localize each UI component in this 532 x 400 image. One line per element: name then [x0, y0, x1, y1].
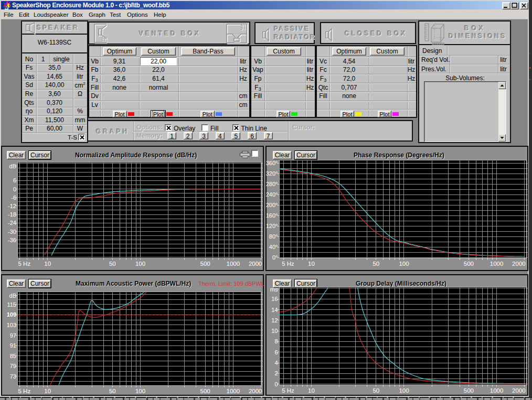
svg-text:100: 100 [399, 261, 409, 267]
svg-text:2000: 2000 [249, 388, 262, 394]
svg-text:40°: 40° [269, 244, 278, 250]
svg-text:97: 97 [10, 332, 16, 339]
svg-text:50: 50 [109, 388, 116, 394]
svg-text:-24: -24 [8, 220, 16, 226]
svg-text:50: 50 [373, 261, 379, 267]
svg-text:100: 100 [135, 261, 145, 267]
svg-text:1000: 1000 [490, 387, 504, 394]
svg-text:12: 12 [271, 317, 278, 323]
svg-text:103: 103 [7, 322, 16, 328]
svg-text:73: 73 [10, 373, 16, 380]
svg-text:85: 85 [10, 353, 16, 359]
svg-text:10: 10 [308, 261, 315, 267]
svg-text:1000: 1000 [227, 261, 240, 267]
svg-text:-30: -30 [8, 229, 16, 235]
svg-text:100: 100 [399, 387, 409, 394]
svg-text:50: 50 [109, 261, 116, 267]
svg-text:500: 500 [200, 388, 210, 394]
svg-text:120°: 120° [266, 223, 278, 229]
svg-text:2000: 2000 [249, 261, 262, 267]
svg-text:80°: 80° [269, 233, 278, 240]
svg-text:M: M [5, 6, 8, 9]
svg-text:1000: 1000 [490, 261, 504, 267]
svg-text:-12: -12 [8, 203, 16, 209]
svg-text:dB: dB [9, 163, 16, 169]
svg-text:240°: 240° [266, 191, 278, 198]
svg-text:500: 500 [464, 387, 474, 394]
svg-text:5 Hz: 5 Hz [282, 387, 294, 394]
svg-text:10: 10 [44, 261, 51, 267]
svg-text:-18: -18 [8, 211, 16, 218]
svg-text:16: 16 [271, 296, 278, 302]
svg-text:2000: 2000 [512, 261, 526, 267]
svg-text:10: 10 [44, 388, 51, 394]
svg-text:500: 500 [464, 261, 474, 267]
svg-text:5 Hz: 5 Hz [18, 261, 31, 267]
svg-text:109: 109 [7, 311, 16, 318]
svg-text:5 Hz: 5 Hz [18, 388, 31, 394]
svg-text:160°: 160° [266, 212, 278, 219]
svg-text:79: 79 [10, 363, 16, 369]
svg-text:dB: dB [9, 293, 16, 299]
svg-text:-36: -36 [8, 237, 16, 243]
svg-text:10: 10 [308, 387, 315, 394]
svg-text:0°: 0° [272, 254, 278, 261]
svg-text:2000: 2000 [512, 387, 526, 394]
svg-text:1000: 1000 [227, 388, 240, 394]
svg-text:91: 91 [10, 342, 16, 349]
svg-text:14: 14 [271, 307, 278, 313]
svg-text:280°: 280° [266, 181, 278, 187]
svg-text:10: 10 [271, 328, 278, 334]
svg-text:50: 50 [373, 387, 379, 394]
svg-text:360°: 360° [266, 160, 278, 166]
svg-text:ms: ms [270, 286, 278, 293]
svg-text:5 Hz: 5 Hz [282, 261, 294, 267]
svg-text:320°: 320° [266, 170, 278, 177]
svg-text:200°: 200° [266, 202, 278, 208]
svg-text:500: 500 [200, 261, 210, 267]
svg-text:115: 115 [7, 301, 16, 308]
svg-text:100: 100 [135, 388, 145, 394]
